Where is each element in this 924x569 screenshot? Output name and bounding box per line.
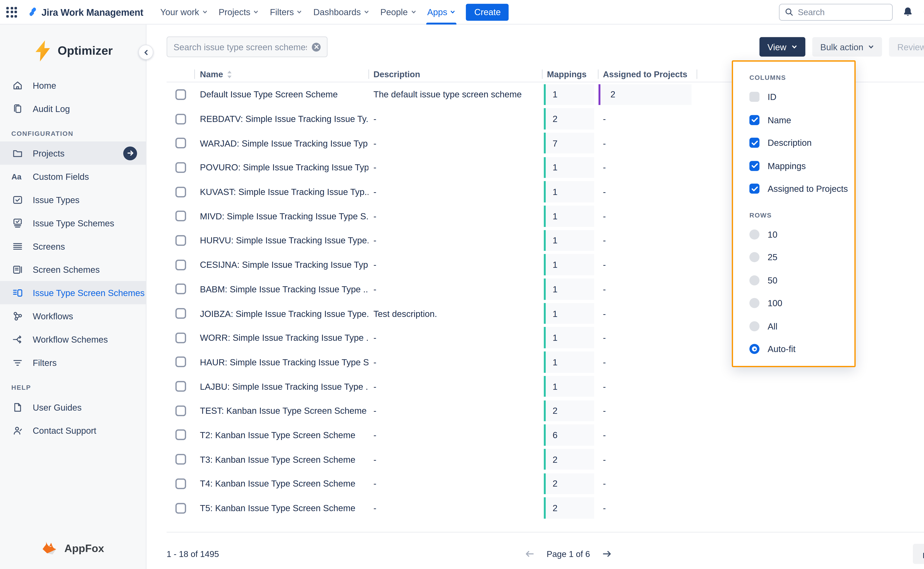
- sidebar-item-contact-support[interactable]: Contact Support: [0, 419, 146, 442]
- row-checkbox[interactable]: [175, 478, 186, 489]
- sidebar-item-filters[interactable]: Filters: [0, 351, 146, 374]
- radio-icon[interactable]: [749, 229, 759, 239]
- row-checkbox[interactable]: [175, 308, 186, 319]
- topnav-item-filters[interactable]: Filters: [264, 0, 308, 24]
- rows-option-list: 102550100AllAuto-fit: [749, 223, 854, 361]
- column-toggle-id[interactable]: ID: [749, 85, 854, 108]
- checked-checkbox-icon[interactable]: [749, 184, 759, 194]
- row-checkbox[interactable]: [175, 89, 186, 100]
- table-row[interactable]: TEST: Kanban Issue Type Screen Scheme-2-: [167, 399, 924, 423]
- unchecked-checkbox-icon[interactable]: [749, 92, 759, 102]
- row-checkbox[interactable]: [175, 259, 186, 270]
- row-checkbox[interactable]: [175, 503, 186, 513]
- rows-option-all[interactable]: All: [749, 315, 854, 338]
- mappings-value: 1: [544, 327, 594, 348]
- checked-checkbox-icon[interactable]: [749, 115, 759, 125]
- radio-icon[interactable]: [749, 252, 759, 262]
- sidebar-item-audit-log[interactable]: Audit Log: [0, 97, 146, 120]
- sort-icon[interactable]: [227, 70, 232, 78]
- export-button[interactable]: Export: [913, 544, 924, 564]
- sidebar-collapse-button[interactable]: [138, 45, 153, 60]
- row-checkbox[interactable]: [175, 162, 186, 173]
- radio-icon[interactable]: [749, 321, 759, 331]
- column-header-description[interactable]: Description: [368, 67, 542, 82]
- sidebar-item-home[interactable]: Home: [0, 73, 146, 97]
- help-icon[interactable]: ?: [923, 6, 924, 18]
- next-page-arrow-icon[interactable]: [603, 550, 611, 558]
- column-header-name[interactable]: Name: [194, 67, 368, 82]
- row-checkbox[interactable]: [175, 186, 186, 197]
- workflow-schemes-icon: [11, 333, 24, 345]
- sidebar-item-issue-types[interactable]: Issue Types: [0, 188, 146, 211]
- row-checkbox[interactable]: [175, 235, 186, 246]
- cell-description: -: [368, 187, 542, 197]
- checked-checkbox-icon[interactable]: [749, 161, 759, 171]
- sidebar-item-issue-type-screen-schemes[interactable]: Issue Type Screen Schemes: [0, 281, 146, 304]
- audit-log-icon: [11, 103, 24, 114]
- review-changes-button[interactable]: Review changes: [889, 37, 924, 56]
- sidebar-item-workflows[interactable]: Workflows: [0, 304, 146, 328]
- notifications-bell-icon[interactable]: [902, 6, 913, 18]
- column-toggle-description[interactable]: Description: [749, 131, 854, 154]
- row-checkbox[interactable]: [175, 454, 186, 465]
- column-header-mappings[interactable]: Mappings: [542, 67, 598, 82]
- row-checkbox[interactable]: [175, 405, 186, 416]
- sidebar-item-custom-fields[interactable]: AaCustom Fields: [0, 165, 146, 188]
- jira-logo[interactable]: Jira Work Management: [25, 6, 143, 18]
- topnav-item-projects[interactable]: Projects: [213, 0, 264, 24]
- view-button[interactable]: View: [759, 37, 805, 56]
- app-switcher-icon[interactable]: [6, 7, 17, 17]
- rows-option-auto-fit[interactable]: Auto-fit: [749, 338, 854, 361]
- radio-icon[interactable]: [749, 298, 759, 308]
- checked-checkbox-icon[interactable]: [749, 138, 759, 148]
- sidebar-item-screen-schemes[interactable]: Screen Schemes: [0, 258, 146, 281]
- table-row[interactable]: T2: Kanban Issue Type Screen Scheme-6-: [167, 423, 924, 447]
- page-shell: Optimizer HomeAudit LogCONFIGURATIONProj…: [0, 24, 924, 569]
- rows-option-100[interactable]: 100: [749, 292, 854, 315]
- row-checkbox[interactable]: [175, 211, 186, 222]
- table-row[interactable]: T5: Kanban Issue Type Screen Scheme-2-: [167, 496, 924, 520]
- row-checkbox[interactable]: [175, 332, 186, 343]
- topnav-item-people[interactable]: People: [375, 0, 421, 24]
- global-search-input[interactable]: [798, 7, 887, 17]
- rows-option-label: All: [767, 321, 777, 331]
- table-row[interactable]: T3: Kanban Issue Type Screen Scheme-2-: [167, 447, 924, 472]
- sidebar-item-workflow-schemes[interactable]: Workflow Schemes: [0, 327, 146, 351]
- table-row[interactable]: LAJBU: Simple Issue Tracking Issue Type …: [167, 374, 924, 399]
- row-checkbox[interactable]: [175, 357, 186, 367]
- scheme-search-box[interactable]: [167, 37, 328, 57]
- row-checkbox[interactable]: [175, 284, 186, 294]
- row-checkbox[interactable]: [175, 138, 186, 149]
- rows-option-25[interactable]: 25: [749, 246, 854, 269]
- clear-search-icon[interactable]: [312, 43, 321, 52]
- sidebar-item-user-guides[interactable]: User Guides: [0, 396, 146, 419]
- rows-option-50[interactable]: 50: [749, 269, 854, 292]
- row-checkbox[interactable]: [175, 430, 186, 440]
- topnav-item-your-work[interactable]: Your work: [155, 0, 213, 24]
- selected-radio-icon[interactable]: [749, 344, 759, 354]
- row-checkbox[interactable]: [175, 381, 186, 392]
- open-project-arrow-button[interactable]: [123, 146, 137, 160]
- column-header-assigned-to-projects[interactable]: Assigned to Projects: [598, 67, 696, 82]
- column-toggle-mappings[interactable]: Mappings: [749, 154, 854, 177]
- column-toggle-assigned-to-projects[interactable]: Assigned to Projects: [749, 177, 854, 200]
- sidebar-item-issue-type-schemes[interactable]: Issue Type Schemes: [0, 211, 146, 234]
- chevron-down-icon: [450, 9, 455, 14]
- global-search[interactable]: [779, 3, 893, 21]
- scheme-search-input[interactable]: [173, 42, 307, 52]
- row-checkbox-cell: [167, 381, 195, 392]
- sidebar-item-projects[interactable]: Projects: [0, 141, 146, 165]
- table-row[interactable]: T4: Kanban Issue Type Screen Scheme-2-: [167, 472, 924, 496]
- radio-icon[interactable]: [749, 275, 759, 285]
- rows-option-10[interactable]: 10: [749, 223, 854, 246]
- bulk-action-button[interactable]: Bulk action: [812, 37, 882, 56]
- topnav-item-apps[interactable]: Apps: [421, 0, 461, 24]
- sidebar-item-screens[interactable]: Screens: [0, 234, 146, 258]
- create-button[interactable]: Create: [466, 3, 509, 21]
- row-checkbox[interactable]: [175, 114, 186, 124]
- column-toggle-name[interactable]: Name: [749, 108, 854, 131]
- previous-page-arrow-icon[interactable]: [525, 550, 534, 558]
- topnav-item-dashboards[interactable]: Dashboards: [308, 0, 375, 24]
- optimizer-brand: Optimizer: [0, 40, 146, 62]
- cell-name: LAJBU: Simple Issue Tracking Issue Type …: [194, 382, 368, 391]
